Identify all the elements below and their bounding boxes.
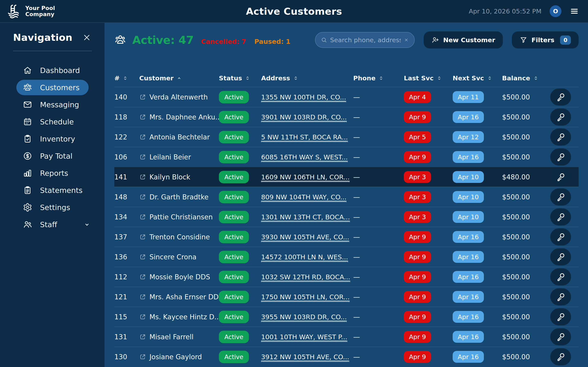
customer-name[interactable]: Mossie Boyle DDS (149, 273, 210, 281)
sidebar-item-pay-total[interactable]: Pay Total (0, 147, 104, 165)
clipboard-check-icon (23, 134, 32, 143)
column-header-address[interactable]: Address (261, 75, 353, 82)
customer-name[interactable]: Verda Altenwerth (149, 93, 208, 101)
sidebar-item-inventory[interactable]: Inventory (0, 130, 104, 147)
customer-name[interactable]: Ms. Kaycee Hintz D... (149, 313, 219, 321)
filters-button[interactable]: Filters 0 (512, 31, 579, 49)
customer-name[interactable]: Josiane Gaylord (149, 353, 202, 361)
next-svc-cell: Apr 10 (453, 211, 502, 223)
key-button[interactable] (550, 128, 571, 146)
address-link[interactable]: 14572 100TH LN N, WES... (261, 253, 348, 262)
customer-number: 137 (114, 233, 139, 241)
external-link-icon[interactable] (139, 333, 146, 340)
address-link[interactable]: 3930 NW 105TH AVE, CO... (261, 233, 349, 242)
key-button[interactable] (550, 208, 571, 225)
address-link[interactable]: 3912 NW 105TH AVE, CO... (261, 353, 349, 362)
key-button[interactable] (550, 308, 571, 325)
column-header-customer[interactable]: Customer (139, 75, 219, 82)
avatar[interactable]: O (550, 5, 562, 17)
sidebar-item-messaging[interactable]: Messaging (0, 96, 104, 113)
external-link-icon[interactable] (139, 253, 146, 260)
external-link-icon[interactable] (139, 133, 146, 141)
external-link-icon[interactable] (139, 174, 146, 180)
hamburger-menu-icon[interactable] (570, 7, 579, 16)
address-link[interactable]: 1355 NW 100TH DR, CO... (261, 93, 346, 102)
address-cell: 1750 NW 105TH LN, COR... (261, 293, 353, 301)
funnel-icon (520, 36, 527, 44)
column-header-phone[interactable]: Phone (353, 75, 404, 82)
key-button[interactable] (550, 149, 571, 166)
customer-name[interactable]: Misael Farrell (149, 333, 194, 341)
column-header-next-svc[interactable]: Next Svc (453, 75, 502, 82)
phone-cell: — (353, 293, 404, 301)
customer-name[interactable]: Mrs. Asha Ernser DDS (149, 293, 219, 301)
phone-cell: — (353, 113, 404, 121)
sidebar-item-staff[interactable]: Staff (0, 216, 104, 233)
clear-search-icon[interactable] (404, 37, 409, 43)
actions-cell (550, 308, 579, 325)
customer-name[interactable]: Trenton Considine (149, 233, 210, 241)
address-link[interactable]: 809 NW 104TH WAY, CO... (261, 193, 346, 202)
address-link[interactable]: 3901 NW 103RD DR, CO... (261, 113, 347, 122)
sidebar-item-settings[interactable]: Settings (0, 199, 104, 216)
sidebar-item-dashboard[interactable]: Dashboard (0, 62, 104, 79)
external-link-icon[interactable] (139, 353, 146, 360)
customer-name[interactable]: Pattie Christiansen (149, 213, 213, 221)
external-link-icon[interactable] (139, 154, 146, 160)
external-link-icon[interactable] (139, 293, 146, 300)
close-icon[interactable] (82, 33, 91, 42)
next-svc-badge: Apr 16 (453, 111, 484, 123)
address-link[interactable]: 1750 NW 105TH LN, COR... (261, 293, 350, 302)
customer-name[interactable]: Sincere Crona (149, 253, 196, 261)
external-link-icon[interactable] (139, 234, 146, 240)
next-svc-badge: Apr 10 (453, 171, 484, 183)
customer-name[interactable]: Kailyn Block (149, 173, 190, 181)
address-link[interactable]: 1301 NW 13TH CT, BOCA... (261, 213, 350, 222)
external-link-icon[interactable] (139, 273, 146, 280)
search-input[interactable] (330, 36, 401, 44)
status-cell: Active (219, 131, 261, 143)
sidebar-item-statements[interactable]: Statements (0, 182, 104, 199)
new-customer-button[interactable]: New Customer (424, 31, 503, 49)
column-header-[interactable]: # (114, 75, 139, 82)
key-button[interactable] (550, 188, 571, 206)
last-svc-badge: Apr 9 (404, 231, 431, 243)
sidebar-item-schedule[interactable]: Schedule (0, 113, 104, 130)
next-svc-badge: Apr 16 (453, 231, 484, 243)
column-header-balance[interactable]: Balance (502, 75, 550, 82)
sort-both-icon (437, 75, 442, 81)
sidebar-item-customers[interactable]: Customers (16, 80, 89, 95)
key-button[interactable] (550, 288, 571, 305)
key-icon (556, 172, 565, 182)
sidebar-nav: DashboardCustomersMessagingScheduleInven… (0, 62, 104, 233)
column-header-last-svc[interactable]: Last Svc (404, 75, 453, 82)
customer-number: 136 (114, 253, 139, 261)
key-button[interactable] (550, 108, 571, 125)
sidebar-item-reports[interactable]: Reports (0, 165, 104, 182)
external-link-icon[interactable] (139, 213, 146, 220)
key-button[interactable] (550, 89, 571, 106)
customer-name[interactable]: Mrs. Daphnee Anku... (149, 113, 219, 121)
customer-name[interactable]: Leilani Beier (149, 153, 191, 161)
external-link-icon[interactable] (139, 313, 146, 320)
column-header-status[interactable]: Status (219, 75, 261, 82)
address-link[interactable]: 1609 NW 106TH LN, COR... (261, 173, 350, 182)
search-box (315, 32, 415, 48)
key-button[interactable] (550, 228, 571, 245)
column-label: Balance (502, 75, 530, 82)
external-link-icon[interactable] (139, 114, 146, 120)
key-button[interactable] (550, 168, 571, 185)
address-link[interactable]: 6085 16TH WAY S, WEST... (261, 153, 348, 162)
address-link[interactable]: 1001 10TH WAY, WEST P... (261, 333, 347, 342)
key-button[interactable] (550, 268, 571, 285)
address-link[interactable]: 5 NW 11TH ST, BOCA RA... (261, 133, 348, 142)
external-link-icon[interactable] (139, 193, 146, 200)
external-link-icon[interactable] (139, 94, 146, 100)
address-link[interactable]: 3955 NW 103RD DR, CO... (261, 313, 347, 322)
key-button[interactable] (550, 328, 571, 345)
customer-name[interactable]: Dr. Garth Bradtke (149, 193, 208, 201)
customer-name[interactable]: Antonia Bechtelar (149, 133, 210, 141)
address-link[interactable]: 1032 SW 12TH RD, BOCA... (261, 273, 350, 282)
key-button[interactable] (550, 348, 571, 365)
key-button[interactable] (550, 248, 571, 266)
